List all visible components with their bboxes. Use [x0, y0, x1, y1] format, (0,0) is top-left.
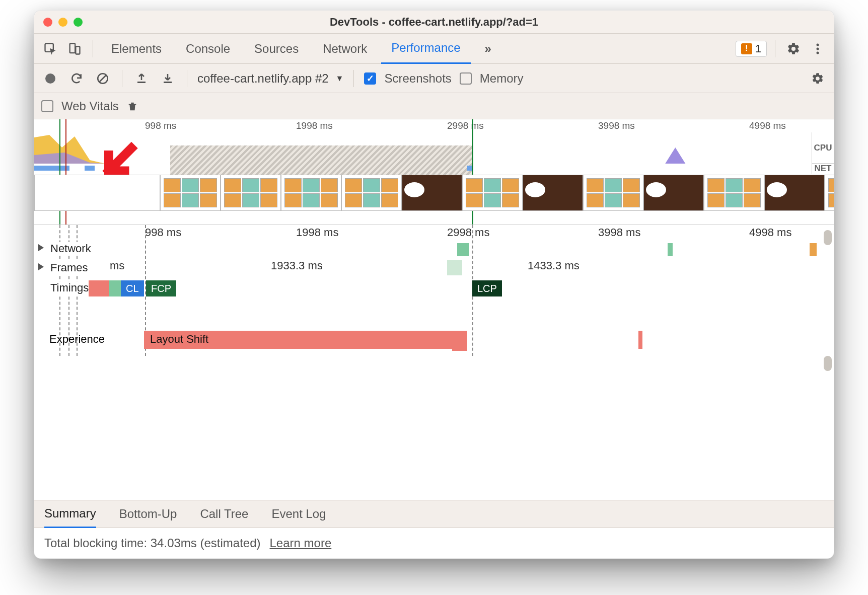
tab-bottom-up[interactable]: Bottom-Up	[119, 500, 177, 528]
filmstrip-thumb[interactable]	[34, 175, 160, 211]
capture-settings-gear-icon[interactable]	[809, 69, 827, 88]
inspect-icon[interactable]	[40, 39, 60, 59]
layout-shift-label: Layout Shift	[150, 333, 208, 346]
memory-checkbox[interactable]	[460, 72, 472, 85]
reload-record-button[interactable]	[67, 69, 86, 88]
disclosure-triangle-icon[interactable]	[38, 244, 44, 251]
zoom-window-button[interactable]	[74, 18, 83, 27]
network-track[interactable]: Network	[34, 240, 834, 259]
svg-marker-12	[665, 147, 685, 164]
tab-network[interactable]: Network	[313, 34, 377, 64]
disclosure-triangle-icon[interactable]	[38, 263, 44, 270]
flamechart-pane[interactable]: 998 ms 1998 ms 2998 ms 3998 ms 4998 ms N…	[34, 225, 834, 500]
overview-cpu-lane	[34, 132, 812, 164]
tab-console[interactable]: Console	[176, 34, 240, 64]
timings-track[interactable]: Timings CL FCP LCP	[34, 278, 834, 299]
chevron-down-icon: ▼	[336, 74, 344, 83]
ruler-tick: 3998 ms	[598, 226, 640, 239]
tab-event-log[interactable]: Event Log	[271, 500, 326, 528]
overview-filmstrip[interactable]	[34, 175, 812, 211]
memory-label: Memory	[480, 71, 524, 86]
learn-more-link[interactable]: Learn more	[270, 536, 332, 550]
ruler-tick: 998 ms	[145, 226, 181, 239]
tab-performance[interactable]: Performance	[381, 34, 470, 64]
more-tabs-button[interactable]: »	[475, 34, 501, 64]
web-vitals-checkbox[interactable]	[41, 100, 53, 112]
overview-tick: 3998 ms	[598, 120, 635, 131]
gear-icon[interactable]	[783, 39, 804, 59]
frame-duration: 1933.3 ms	[271, 259, 323, 272]
profile-selector[interactable]: coffee-cart.netlify.app #2 ▼	[197, 71, 343, 86]
svg-rect-1	[70, 43, 76, 53]
overview-tick: 1998 ms	[296, 120, 333, 131]
filmstrip-thumb[interactable]	[160, 175, 221, 211]
issues-count: 1	[755, 42, 761, 55]
tab-elements[interactable]: Elements	[101, 34, 172, 64]
summary-pane: Total blocking time: 34.03ms (estimated)…	[34, 528, 834, 558]
flamechart-ruler: 998 ms 1998 ms 2998 ms 3998 ms 4998 ms	[34, 225, 834, 240]
vertical-scrollbar[interactable]	[824, 356, 832, 371]
experience-track[interactable]: Experience Layout Shift	[34, 329, 834, 351]
fcp-badge[interactable]: FCP	[146, 280, 176, 296]
web-vitals-label: Web Vitals	[61, 99, 119, 113]
record-button[interactable]	[41, 69, 59, 88]
save-profile-button[interactable]	[159, 69, 177, 88]
overview-net-lane	[34, 164, 812, 174]
experience-track-label: Experience	[49, 333, 105, 346]
layout-shift-bar[interactable]	[638, 331, 642, 349]
ruler-tick: 4998 ms	[749, 226, 791, 239]
tbt-text: Total blocking time: 34.03ms (estimated)	[44, 536, 261, 550]
vertical-scrollbar[interactable]	[824, 230, 832, 245]
filmstrip-thumb[interactable]	[704, 175, 764, 211]
warning-icon	[741, 43, 752, 54]
tab-summary[interactable]: Summary	[44, 500, 96, 528]
filmstrip-thumb[interactable]	[825, 175, 834, 211]
clear-button[interactable]	[94, 69, 112, 88]
minimize-window-button[interactable]	[58, 18, 67, 27]
cls-badge[interactable]: CL	[121, 280, 144, 296]
ruler-tick: 2998 ms	[447, 226, 489, 239]
ruler-tick: 1998 ms	[296, 226, 338, 239]
device-toggle-icon[interactable]	[64, 39, 85, 59]
overview-ruler: 998 ms 1998 ms 2998 ms 3998 ms 4998 ms	[34, 119, 834, 132]
frame-duration: 1433.3 ms	[528, 259, 580, 272]
overview-tick: 4998 ms	[749, 120, 786, 131]
issues-badge[interactable]: 1	[736, 41, 767, 57]
filmstrip-thumb[interactable]	[221, 175, 281, 211]
frame-duration: ms	[110, 259, 124, 272]
devtools-window: DevTools - coffee-cart.netlify.app/?ad=1…	[34, 10, 834, 559]
svg-point-4	[817, 47, 819, 50]
svg-rect-2	[76, 46, 80, 54]
filmstrip-thumb[interactable]	[523, 175, 583, 211]
svg-point-6	[45, 73, 55, 84]
filmstrip-thumb[interactable]	[764, 175, 825, 211]
traffic-lights	[34, 18, 83, 27]
kebab-icon[interactable]	[808, 39, 828, 59]
cpu-lane-label: CPU	[812, 132, 834, 164]
detail-tabs: Summary Bottom-Up Call Tree Event Log	[34, 500, 834, 528]
svg-rect-9	[164, 82, 172, 83]
screenshots-checkbox[interactable]	[364, 72, 376, 85]
perf-toolbar-secondary: Web Vitals	[34, 93, 834, 119]
filmstrip-thumb[interactable]	[462, 175, 523, 211]
filmstrip-thumb[interactable]	[281, 175, 341, 211]
tab-call-tree[interactable]: Call Tree	[200, 500, 248, 528]
load-profile-button[interactable]	[132, 69, 151, 88]
titlebar: DevTools - coffee-cart.netlify.app/?ad=1	[34, 11, 834, 34]
filmstrip-thumb[interactable]	[402, 175, 462, 211]
filmstrip-thumb[interactable]	[583, 175, 643, 211]
overview-pane[interactable]: 998 ms 1998 ms 2998 ms 3998 ms 4998 ms C…	[34, 119, 834, 225]
frames-track[interactable]: Frames ms 1933.3 ms 1433.3 ms	[34, 259, 834, 278]
filmstrip-thumb[interactable]	[643, 175, 704, 211]
close-window-button[interactable]	[43, 18, 52, 27]
timings-track-label: Timings	[49, 281, 90, 294]
tab-sources[interactable]: Sources	[244, 34, 309, 64]
overview-lane-labels: CPU NET	[812, 132, 834, 174]
trash-icon[interactable]	[127, 100, 138, 112]
filmstrip-thumb[interactable]	[341, 175, 402, 211]
svg-point-5	[817, 51, 819, 54]
layout-shift-bar[interactable]	[452, 342, 467, 351]
lcp-badge[interactable]: LCP	[472, 280, 502, 296]
screenshots-label: Screenshots	[384, 71, 451, 86]
svg-rect-8	[137, 82, 146, 83]
